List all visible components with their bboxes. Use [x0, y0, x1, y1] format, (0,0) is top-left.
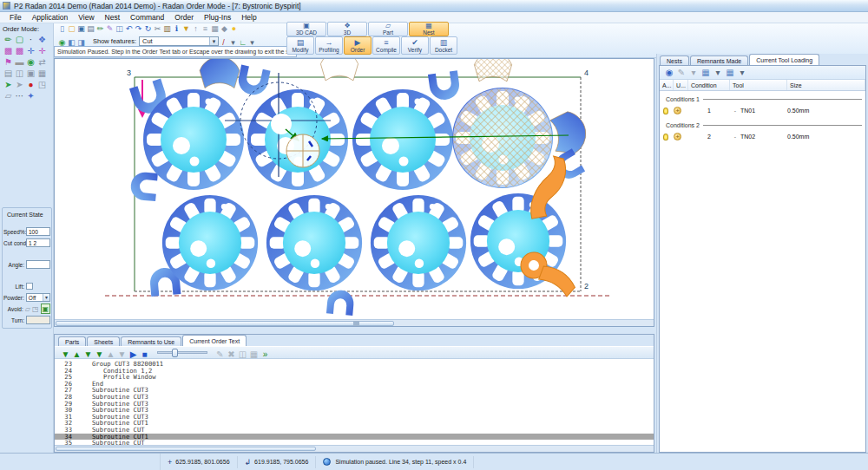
cut-icon[interactable]: ✂	[153, 24, 162, 34]
order-text-scrollbar[interactable]	[55, 445, 654, 452]
paste-icon[interactable]: ▥	[162, 24, 172, 34]
active-bulb-icon[interactable]	[663, 108, 668, 114]
col-tool[interactable]: Tool	[730, 80, 787, 90]
scrollbar-thumb[interactable]	[56, 447, 316, 451]
center-icon[interactable]: ✛	[36, 45, 48, 56]
edit-icon[interactable]: ✎	[214, 349, 226, 360]
skip-forward-icon[interactable]: ▼	[116, 349, 128, 360]
more-icon[interactable]: ⋯	[14, 90, 25, 101]
edit-tool-icon[interactable]: ✎	[675, 67, 687, 79]
path-gray-icon[interactable]: ➤	[14, 79, 25, 90]
used-coin-icon[interactable]	[674, 133, 681, 140]
tab-nests[interactable]: Nests	[660, 55, 689, 65]
pen-icon[interactable]: ✎	[105, 24, 115, 34]
play-icon[interactable]: ▶	[128, 349, 139, 360]
col-used[interactable]: U...	[674, 80, 688, 90]
menu-nest[interactable]: Nest	[100, 13, 125, 22]
drawing-canvas[interactable]: 3 4 2	[54, 58, 654, 327]
mode-button-modify[interactable]: ▤Modify	[286, 36, 314, 55]
tab-current-tool-loading[interactable]: Current Tool Loading	[749, 54, 819, 65]
active-bulb-icon[interactable]	[663, 134, 668, 140]
star-icon[interactable]: ✦	[25, 90, 36, 101]
filter-icon[interactable]: ▼	[181, 24, 191, 34]
skip-back-icon[interactable]: ▲	[105, 349, 116, 360]
mode-button-3dcad[interactable]: ▣3D CAD	[286, 22, 326, 36]
swap-icon[interactable]: ⇄	[36, 56, 48, 68]
more-commands-icon[interactable]: »	[260, 349, 271, 360]
table-icon[interactable]: ▤	[3, 68, 14, 79]
turn-input[interactable]	[26, 316, 50, 324]
tool-row[interactable]: 1 - TN01 0.50mm	[660, 104, 865, 117]
tab-remnants-made[interactable]: Remnants Made	[690, 55, 748, 65]
redo-icon[interactable]: ↷	[134, 24, 143, 34]
powder-dropdown[interactable]: Off▾	[26, 293, 50, 302]
chevron-down-icon[interactable]: ▾	[209, 37, 218, 45]
send-icon[interactable]: ↑	[191, 24, 201, 34]
eraser-icon[interactable]: ▬	[14, 56, 25, 68]
draw-icon[interactable]: ✏	[95, 24, 105, 34]
clock-icon[interactable]: ◉	[25, 56, 36, 68]
menu-command[interactable]: Command	[125, 13, 169, 22]
canvas-horizontal-scrollbar[interactable]	[55, 319, 654, 326]
menu-help[interactable]: Help	[236, 13, 261, 22]
part-icon[interactable]: ▢	[14, 34, 25, 45]
refresh-icon[interactable]: ↻	[143, 24, 153, 34]
tool-row[interactable]: 2 - TN02 0.50mm	[660, 130, 865, 143]
lift-checkbox[interactable]	[26, 283, 33, 290]
dim-vertical-icon[interactable]: ▩	[14, 45, 25, 56]
avoid-low-icon[interactable]: ▱	[25, 305, 30, 313]
edit-tool-caret-icon[interactable]: ▾	[687, 67, 700, 79]
avoid-active-button[interactable]: ▣	[41, 304, 51, 314]
order-text-line[interactable]: 25 Profile Window	[55, 374, 654, 381]
path-icon[interactable]: ➤	[3, 79, 14, 90]
mode-button-docket[interactable]: ▥Docket	[430, 36, 457, 55]
mode-button-verify[interactable]: ✔Verify	[401, 36, 429, 55]
draw-profile-icon[interactable]: ✏	[3, 34, 14, 45]
step-forward-icon[interactable]: ▼	[82, 349, 94, 360]
page-icon[interactable]: ▱	[3, 90, 14, 101]
window-icon[interactable]: ◫	[14, 68, 25, 79]
frame-icon[interactable]: ▣	[25, 68, 36, 79]
point-icon[interactable]: ·	[25, 34, 36, 45]
menu-application[interactable]: Application	[27, 13, 74, 22]
mode-button-profiling[interactable]: →Profiling	[315, 36, 343, 55]
refresh-globe-icon[interactable]: ◉	[663, 67, 675, 79]
col-condition[interactable]: Condition	[688, 80, 730, 90]
menu-order[interactable]: Order	[169, 13, 199, 22]
titlebar[interactable]: P2 Radan 2014 Demo (Radan 2014 Demo) - R…	[0, 0, 868, 12]
dim-horizontal-icon[interactable]: ▩	[3, 45, 14, 56]
used-coin-icon[interactable]	[674, 107, 681, 114]
list-icon[interactable]: ≡	[201, 24, 210, 34]
col-active[interactable]: A...	[660, 80, 674, 90]
show-features-dropdown[interactable]: Cut ▾	[139, 36, 219, 46]
order-text-list[interactable]: 23 Group CUT3 8820001124 Condition 1,225…	[55, 359, 654, 445]
tool-table2-icon[interactable]: ▦	[724, 67, 736, 79]
tool-table-icon[interactable]: ▦	[700, 67, 712, 79]
menu-file[interactable]: File	[4, 13, 27, 22]
copy-icon[interactable]: ◫	[115, 24, 124, 34]
col-size[interactable]: Size	[787, 80, 865, 90]
undo-icon[interactable]: ↶	[124, 24, 134, 34]
mode-button-nest[interactable]: ▦Nest	[409, 22, 449, 36]
cut-cond-input[interactable]: 1 2	[26, 238, 50, 247]
scrollbar-thumb[interactable]	[56, 321, 394, 326]
flag-icon[interactable]: ⚑	[3, 56, 14, 68]
info-icon[interactable]: ℹ	[172, 24, 181, 34]
delete-icon[interactable]: ✖	[226, 349, 237, 360]
stop-point-icon[interactable]: ●	[25, 79, 36, 90]
view-icon[interactable]: ◳	[36, 79, 48, 90]
menu-view[interactable]: View	[73, 13, 99, 22]
move-icon[interactable]: ✛	[25, 45, 36, 56]
mode-button-order[interactable]: ▶Order	[344, 36, 372, 55]
mode-button-compile[interactable]: ≡Compile	[372, 36, 400, 55]
run-to-start-icon[interactable]: ▼	[60, 349, 71, 360]
mode-button-3d[interactable]: ❖3D	[327, 22, 367, 36]
slider-knob[interactable]	[172, 349, 178, 357]
run-to-end-icon[interactable]: ▼	[94, 349, 105, 360]
angle-input[interactable]	[26, 260, 50, 269]
export-icon[interactable]: ▦	[248, 349, 260, 360]
copy-text-icon[interactable]: ◫	[237, 349, 248, 360]
speed-input[interactable]: 100	[26, 227, 50, 236]
menu-plugins[interactable]: Plug-Ins	[199, 13, 236, 22]
avoid-skirt-icon[interactable]: ◳	[32, 305, 39, 313]
